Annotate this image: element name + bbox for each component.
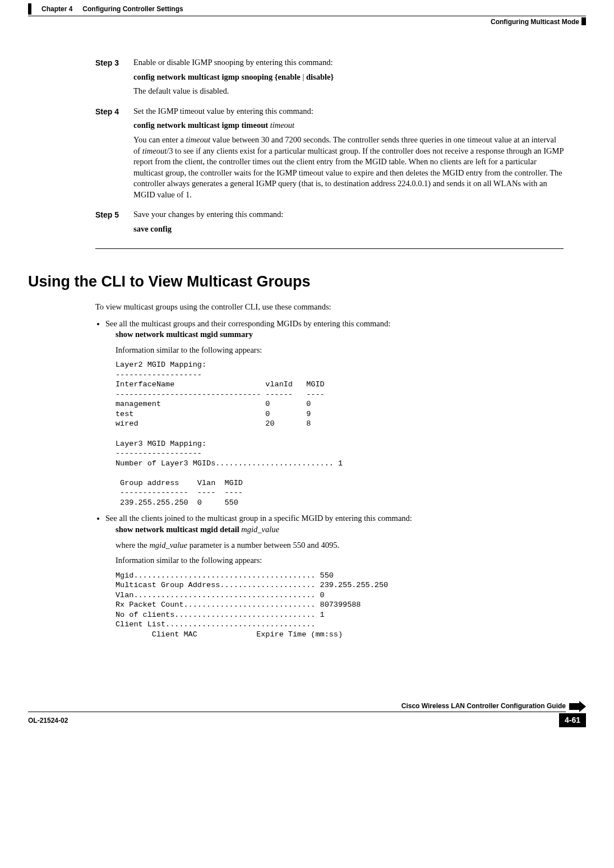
steps-content: Step 3 Enable or disable IGMP snooping b…	[28, 57, 586, 248]
chapter-title: Configuring Controller Settings	[82, 4, 183, 13]
step-post: The default value is disabled.	[133, 86, 334, 97]
cli-output: Mgid....................................…	[116, 571, 564, 640]
command-opt-enable: enable	[278, 72, 300, 81]
page-number: 4-61	[559, 713, 586, 727]
bullet-command: show network multicast mgid summary	[116, 330, 253, 339]
where-pre: where the	[116, 541, 149, 550]
step-3: Step 3 Enable or disable IGMP snooping b…	[95, 57, 564, 100]
horizontal-rule	[95, 248, 564, 249]
command-text: save config	[133, 224, 172, 233]
step-intro: Save your changes by entering this comma…	[133, 209, 283, 220]
page-header: Chapter 4 Configuring Controller Setting…	[28, 0, 586, 16]
command-arg-em: timeout	[270, 121, 295, 130]
cli-output: Layer2 MGID Mapping: -------------------…	[116, 360, 564, 507]
bullet-lead: See all the multicast groups and their c…	[105, 319, 390, 328]
step-4: Step 4 Set the IGMP timeout value by ent…	[95, 106, 564, 204]
list-item: See all the multicast groups and their c…	[105, 318, 564, 508]
section-intro: To view multicast groups using the contr…	[95, 302, 564, 313]
header-bar-right-icon	[581, 17, 586, 25]
footer-arrow-icon	[569, 701, 586, 712]
step-post-long: You can enter a timeout value between 30…	[133, 135, 564, 200]
bullet-info: Information similar to the following app…	[116, 555, 564, 566]
command-text: config network multicast igmp timeout	[133, 121, 268, 130]
header-bar-icon	[28, 3, 31, 15]
section-body: To view multicast groups using the contr…	[28, 302, 586, 640]
command-opt-disable: disable	[306, 72, 331, 81]
header-left: Chapter 4 Configuring Controller Setting…	[28, 3, 183, 15]
step-command: save config	[133, 224, 283, 235]
step-command: config network multicast igmp timeout ti…	[133, 120, 564, 131]
step-body: Set the IGMP timeout value by entering t…	[133, 106, 564, 204]
step-label: Step 4	[95, 106, 133, 204]
command-text: config network multicast igmp snooping	[133, 72, 273, 81]
command-brace-close: }	[330, 72, 334, 81]
step-command: config network multicast igmp snooping {…	[133, 72, 334, 83]
step-label: Step 3	[95, 57, 133, 100]
bullet-info: Information similar to the following app…	[116, 345, 564, 356]
section-breadcrumb: Configuring Multicast Mode	[491, 17, 579, 26]
bullet-list: See all the multicast groups and their c…	[95, 318, 564, 640]
where-em: mgid_value	[149, 541, 187, 550]
step-label: Step 5	[95, 209, 133, 238]
footer-doc-id: OL-21524-02	[28, 716, 68, 725]
bullet-where: where the mgid_value parameter is a numb…	[116, 540, 564, 551]
section-heading: Using the CLI to View Multicast Groups	[28, 271, 586, 292]
step-body: Enable or disable IGMP snooping by enter…	[133, 57, 334, 100]
step-intro: Enable or disable IGMP snooping by enter…	[133, 57, 334, 68]
chapter-label: Chapter 4	[41, 4, 72, 13]
bullet-command: show network multicast mgid detail	[116, 525, 239, 534]
step-body: Save your changes by entering this comma…	[133, 209, 283, 238]
where-post: parameter is a number between 550 and 40…	[187, 541, 339, 550]
list-item: See all the clients joined to the multic…	[105, 513, 564, 639]
step-5: Step 5 Save your changes by entering thi…	[95, 209, 564, 238]
bullet-command-arg: mgid_value	[241, 525, 279, 534]
subheader: Configuring Multicast Mode	[28, 16, 586, 26]
footer-guide-title: Cisco Wireless LAN Controller Configurat…	[28, 701, 566, 712]
command-sep: |	[301, 72, 306, 81]
step-intro: Set the IGMP timeout value by entering t…	[133, 106, 564, 117]
page-footer: Cisco Wireless LAN Controller Configurat…	[0, 701, 614, 727]
bullet-lead: See all the clients joined to the multic…	[105, 514, 412, 523]
